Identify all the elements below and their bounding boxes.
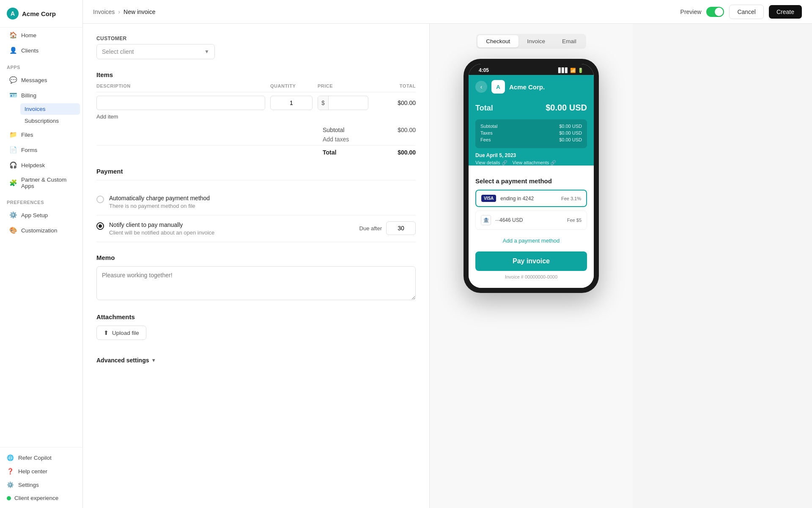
sidebar-item-home[interactable]: 🏠 Home	[3, 28, 80, 42]
breadcrumb-current: New invoice	[123, 8, 155, 15]
phone-fees-row: Fees $0.00 USD	[480, 137, 582, 142]
items-title: Items	[96, 71, 416, 78]
forms-icon: 📄	[9, 146, 17, 154]
helpdesk-icon: 🎧	[9, 161, 17, 169]
sidebar-item-refer[interactable]: 🌐 Refer Copilot	[0, 451, 82, 464]
item-quantity-input[interactable]	[270, 96, 313, 110]
sidebar-item-invoices[interactable]: Invoices	[20, 103, 80, 115]
phone-fees-label: Fees	[480, 137, 491, 142]
toggle-knob	[715, 8, 723, 16]
phone-subtotal-label: Subtotal	[480, 124, 497, 129]
breadcrumb-separator: ›	[118, 8, 120, 15]
phone-status-bar: 4:05 ▋▋▋ 📶 🔋	[469, 64, 594, 75]
back-arrow-icon[interactable]: ‹	[475, 81, 487, 93]
sidebar-item-label: Files	[21, 132, 33, 138]
view-attachments-link[interactable]: View attachments 🔗	[513, 160, 557, 166]
memo-textarea[interactable]	[96, 266, 416, 300]
payment-section: Payment Automatically charge payment met…	[96, 168, 416, 242]
payment-option-manual: Notify client to pay manually Client wil…	[96, 215, 416, 242]
items-table-header: DESCRIPTION QUANTITY PRICE TOTAL	[96, 83, 416, 92]
create-button[interactable]: Create	[769, 5, 802, 19]
phone-taxes-value: $0.00 USD	[559, 130, 582, 135]
add-item-button[interactable]: Add item	[96, 113, 416, 120]
preview-panel: Checkout Invoice Email 4:05 ▋▋▋ 📶 🔋	[430, 24, 633, 508]
sidebar-item-forms[interactable]: 📄 Forms	[3, 143, 80, 157]
breadcrumb-parent[interactable]: Invoices	[93, 8, 115, 15]
phone-subtotal-row: Subtotal $0.00 USD	[480, 124, 582, 129]
sidebar-item-partner-custom-apps[interactable]: 🧩 Partner & Custom Apps	[3, 173, 80, 193]
clients-icon: 👤	[9, 47, 17, 54]
sidebar-item-settings[interactable]: ⚙️ Settings	[0, 478, 82, 491]
auto-option-desc: There is no payment method on file	[109, 203, 416, 209]
sidebar-item-label: Forms	[21, 147, 37, 153]
preview-toggle[interactable]	[706, 7, 724, 17]
sidebar-item-label: Clients	[21, 47, 38, 54]
sidebar-item-files[interactable]: 📁 Files	[3, 127, 80, 142]
help-label: Help center	[18, 468, 47, 475]
memo-section: Memo	[96, 254, 416, 301]
view-details-link[interactable]: View details 🔗	[475, 160, 508, 166]
visa-ending-text: ending in 4242	[500, 196, 534, 202]
phone-logo-letter: A	[496, 84, 500, 90]
upload-file-button[interactable]: ⬆ Upload file	[96, 326, 146, 340]
visa-card-inner: VISA ending in 4242	[481, 195, 534, 202]
settings-label: Settings	[18, 482, 39, 488]
sidebar-item-label: Partner & Custom Apps	[21, 177, 73, 189]
sidebar: A Acme Corp 🏠 Home 👤 Clients Apps 💬 Mess…	[0, 0, 83, 508]
phone-total-section: Total $0.00 USD	[475, 98, 587, 119]
auto-option-title: Automatically charge payment method	[109, 195, 416, 202]
topbar: Invoices › New invoice Preview Cancel Cr…	[83, 0, 812, 24]
tab-checkout[interactable]: Checkout	[477, 35, 518, 47]
payment-method-bank[interactable]: 🏦 ···4646 USD Fee $5	[475, 210, 587, 230]
sidebar-item-app-setup[interactable]: ⚙️ App Setup	[3, 208, 80, 222]
phone-total-amount: $0.00 USD	[546, 103, 587, 113]
total-label: Total	[323, 149, 336, 156]
customer-section: Customer Select client ▼	[96, 36, 416, 59]
bank-ending-text: ···4646 USD	[495, 217, 523, 223]
sidebar-item-help-center[interactable]: ❓ Help center	[0, 464, 82, 478]
phone-screen: 4:05 ▋▋▋ 📶 🔋 ‹ A	[469, 64, 594, 288]
visa-fee: Fee 3.1%	[561, 196, 581, 201]
advanced-settings-toggle[interactable]: Advanced settings ▾	[96, 352, 416, 369]
phone-breakdown: Subtotal $0.00 USD Taxes $0.00 USD Fees …	[475, 119, 587, 148]
upload-label: Upload file	[112, 330, 139, 336]
bank-icon: 🏦	[481, 215, 491, 225]
phone-taxes-row: Taxes $0.00 USD	[480, 130, 582, 135]
bank-fee: Fee $5	[567, 218, 582, 223]
phone-total-row: Total $0.00 USD	[475, 103, 587, 113]
client-select-placeholder: Select client	[102, 48, 134, 55]
sidebar-item-clients[interactable]: 👤 Clients	[3, 43, 80, 58]
sidebar-item-label: Home	[21, 32, 36, 39]
attachments-section: Attachments ⬆ Upload file	[96, 313, 416, 340]
company-logo-area[interactable]: A Acme Corp	[0, 0, 82, 28]
due-after-input[interactable]	[386, 221, 416, 235]
phone-links: View details 🔗 View attachments 🔗	[475, 160, 587, 166]
customization-icon: 🎨	[9, 226, 17, 234]
client-experience-item[interactable]: Client experience	[0, 491, 82, 505]
pay-invoice-button[interactable]: Pay invoice	[475, 251, 587, 271]
item-description-input[interactable]	[96, 96, 265, 110]
client-select[interactable]: Select client ▼	[96, 44, 215, 59]
auto-radio[interactable]	[96, 196, 104, 203]
sidebar-item-billing[interactable]: 🪪 Billing	[3, 88, 80, 102]
sidebar-item-label: App Setup	[21, 212, 48, 218]
preview-label: Preview	[680, 8, 702, 15]
sidebar-item-customization[interactable]: 🎨 Customization	[3, 223, 80, 237]
col-price: PRICE	[318, 83, 368, 88]
add-payment-method-button[interactable]: Add a payment method	[475, 233, 587, 248]
item-price-input[interactable]	[329, 96, 358, 110]
payment-method-visa[interactable]: VISA ending in 4242 Fee 3.1%	[475, 190, 587, 207]
apps-section-label: Apps	[0, 58, 82, 72]
sidebar-item-helpdesk[interactable]: 🎧 Helpdesk	[3, 158, 80, 172]
sidebar-item-subscriptions[interactable]: Subscriptions	[20, 115, 80, 127]
tab-email[interactable]: Email	[554, 35, 585, 47]
sidebar-item-messages[interactable]: 💬 Messages	[3, 73, 80, 87]
invoice-number: Invoice # 00000000-0000	[475, 274, 587, 281]
wifi-icon: 📶	[570, 68, 576, 73]
add-taxes-inner[interactable]: Add taxes	[323, 136, 416, 143]
cancel-button[interactable]: Cancel	[729, 5, 764, 19]
total-inner: Total $00.00	[323, 149, 416, 156]
tab-invoice[interactable]: Invoice	[518, 35, 554, 47]
manual-radio[interactable]	[96, 222, 104, 230]
col-quantity: QUANTITY	[270, 83, 313, 88]
